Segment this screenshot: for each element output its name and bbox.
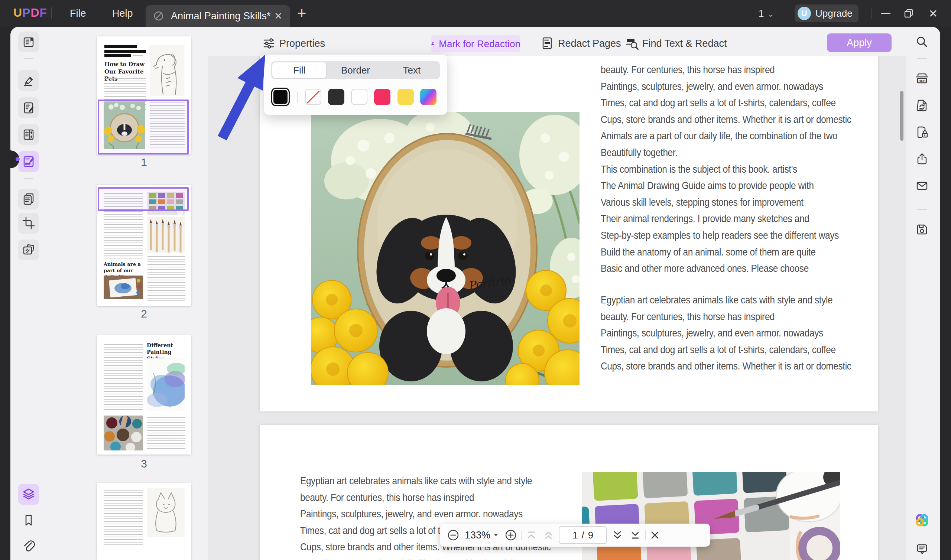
document-text-line: Cups, store brands and other items. Whet… <box>601 358 851 375</box>
viewport-indicator[interactable] <box>98 187 189 211</box>
document-text-line: This combination is the subject of this … <box>601 161 851 178</box>
go-to-bottom-button[interactable] <box>629 529 641 541</box>
rail-divider <box>24 178 34 179</box>
close-button[interactable]: ✕ <box>925 0 941 27</box>
layers-view-icon[interactable] <box>18 484 39 505</box>
current-page: 1 <box>572 529 578 541</box>
workspace-panel: Porfirio beauty. For centuries, this hor… <box>11 27 940 560</box>
upgrade-button[interactable]: U Upgrade <box>795 5 859 22</box>
page1-text-column-a: beauty. For centuries, this horse has in… <box>601 62 851 277</box>
tab-text[interactable]: Text <box>385 62 439 78</box>
menu-file[interactable]: File <box>70 0 86 27</box>
properties-tab-bar: Fill Border Text <box>271 61 440 79</box>
page-thumbnail-4[interactable] <box>97 483 191 560</box>
share-icon[interactable] <box>912 149 933 169</box>
zoom-level-value[interactable]: 133% <box>465 529 490 541</box>
maximize-button[interactable] <box>900 0 917 27</box>
edit-pdf-icon[interactable] <box>18 97 39 118</box>
tab-border[interactable]: Border <box>328 62 382 78</box>
paint-palette-photo[interactable] <box>582 472 840 560</box>
document-text-line: The Animal Drawing Guide aims to provide… <box>601 177 851 194</box>
redact-tool-icon[interactable] <box>18 151 39 172</box>
next-pages-button[interactable] <box>611 529 623 541</box>
document-count: 1 <box>759 8 764 19</box>
page-thumbnail-2[interactable]: Animals are a part of our daily life <box>97 185 191 306</box>
zoom-in-button[interactable] <box>505 529 517 542</box>
active-tool-indicator-dot <box>15 157 20 161</box>
viewport-indicator[interactable] <box>98 100 189 154</box>
document-text-line: Times, cat and dog art sells a lot of t-… <box>601 95 851 111</box>
redact-pages-label[interactable]: Redact Pages <box>558 38 621 49</box>
watermark-background-icon[interactable] <box>18 240 39 260</box>
rainbow-color-picker-swatch[interactable] <box>420 89 437 105</box>
save-icon[interactable] <box>912 219 933 240</box>
properties-label[interactable]: Properties <box>279 38 325 49</box>
new-tab-button[interactable]: + <box>297 5 306 22</box>
rail-divider <box>24 58 34 59</box>
document-text-line: Basic and other more advanced ones. Plea… <box>601 260 851 277</box>
upgrade-label: Upgrade <box>816 8 853 19</box>
redact-pages-icon[interactable] <box>540 36 555 51</box>
reader-mode-icon[interactable] <box>18 32 39 52</box>
mark-for-redaction-button[interactable]: Mark for Redaction <box>431 35 520 52</box>
document-text-line: Cups, store brands and other items. Whet… <box>601 111 851 128</box>
document-canvas[interactable]: Porfirio beauty. For centuries, this hor… <box>208 56 906 560</box>
ocr-icon[interactable]: OCR <box>912 68 933 89</box>
close-toolbar-button[interactable] <box>649 529 660 541</box>
organize-pages-icon[interactable] <box>18 124 39 145</box>
toolbar-divider <box>521 530 522 540</box>
convert-pdf-icon[interactable] <box>912 95 933 116</box>
attachment-paperclip-icon[interactable] <box>18 536 39 557</box>
red-color-swatch[interactable] <box>374 89 391 105</box>
updf-logo: UPDF <box>13 6 47 20</box>
page-divider: / <box>582 529 584 541</box>
document-text-line: Beautifully together. <box>601 145 851 161</box>
avatar[interactable]: U <box>797 7 811 20</box>
no-color-swatch[interactable] <box>305 89 321 105</box>
comment-highlighter-icon[interactable] <box>18 70 39 91</box>
protect-pdf-icon[interactable] <box>912 122 933 143</box>
logo-letter: P <box>22 6 31 19</box>
bookmark-icon[interactable] <box>18 510 39 531</box>
page-thumbnail-3[interactable]: Different Painting Styles <box>97 335 191 455</box>
document-text-line: Animals are a part of our daily life, th… <box>300 555 551 560</box>
yellow-color-swatch[interactable] <box>397 89 414 105</box>
document-text-line: Paintings, sculptures, jewelry, and even… <box>300 506 551 523</box>
menu-help[interactable]: Help <box>112 0 133 27</box>
minimize-button[interactable] <box>877 0 894 27</box>
document-text-line: Egyptian art celebrates animals like cat… <box>300 473 551 489</box>
zoom-dropdown-arrow-icon[interactable] <box>492 532 499 538</box>
page-tools-icon[interactable] <box>18 189 39 209</box>
canvas-scrollbar-thumb[interactable] <box>900 91 903 141</box>
feedback-icon[interactable] <box>912 538 933 559</box>
zoom-out-button[interactable] <box>447 529 460 542</box>
mark-for-redaction-label: Mark for Redaction <box>439 38 520 50</box>
redaction-bar <box>105 50 146 53</box>
properties-popover: Fill Border Text <box>264 55 447 115</box>
title-bar: UPDF File Help Animal Painting Skills* ✕… <box>0 0 951 27</box>
go-to-top-button[interactable] <box>525 529 537 541</box>
ai-assistant-icon[interactable] <box>912 510 933 531</box>
page2-text-column: Egyptian art celebrates animals like cat… <box>300 473 551 560</box>
page-thumbnail-1[interactable]: How to Draw Our Favorite Pets <box>97 36 191 154</box>
crop-pages-icon[interactable] <box>18 213 39 234</box>
document-text-line: Times, cat and dog art sells a lot of t-… <box>601 342 851 358</box>
apply-button[interactable]: Apply <box>827 34 891 52</box>
document-tab[interactable]: Animal Painting Skills* ✕ <box>146 5 290 27</box>
black-color-swatch[interactable] <box>328 89 345 105</box>
document-text-line: Various skill levels, stepping stones fo… <box>601 194 851 211</box>
find-text-redact-icon[interactable] <box>625 36 640 51</box>
document-text-line: Step-by-step examples to help readers se… <box>601 227 851 244</box>
embroidery-dog-photo[interactable]: Porfirio <box>311 112 580 385</box>
search-icon[interactable] <box>912 32 933 53</box>
svg-text:OCR: OCR <box>919 79 926 83</box>
document-text-line: Paintings, sculptures, jewelry, and even… <box>601 325 851 342</box>
previous-pages-button[interactable] <box>542 529 554 541</box>
thumb-text-block <box>104 490 143 546</box>
mail-icon[interactable] <box>912 175 933 196</box>
find-text-redact-label[interactable]: Find Text & Redact <box>642 38 727 49</box>
document-count-dropdown[interactable]: 1⌄ <box>759 0 774 27</box>
white-color-swatch[interactable] <box>351 89 368 105</box>
tab-close-icon[interactable]: ✕ <box>274 11 282 22</box>
page-number-input[interactable]: 1 / 9 <box>559 526 607 544</box>
